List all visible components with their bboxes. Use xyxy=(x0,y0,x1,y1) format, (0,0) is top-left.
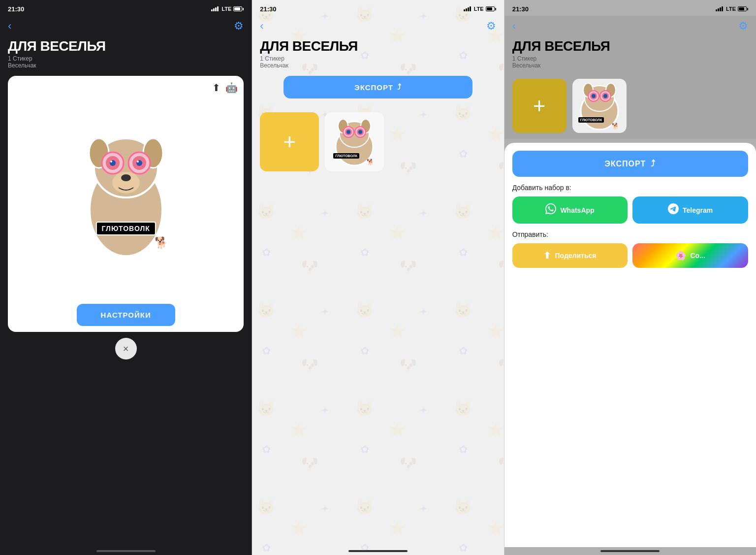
photos-icon: 🌸 xyxy=(675,250,686,261)
home-indicator-1 xyxy=(96,550,156,552)
svg-point-35 xyxy=(603,94,607,98)
lte-label-3: LTE xyxy=(726,6,736,12)
phone-screen-1: 21:30 LTE ‹ ⚙ для веселья 1 Стикер Весел… xyxy=(0,0,252,555)
share-buttons-row: ⬆ Поделиться 🌸 Co... xyxy=(512,243,748,268)
battery-icon-2 xyxy=(486,6,496,11)
signal-bar-4 xyxy=(217,6,219,11)
phone-screen-2: 21:30 LTE ‹ ⚙ для веселья 1 Стикер Весел… xyxy=(252,0,504,555)
lte-label-2: LTE xyxy=(474,6,484,12)
svg-point-5 xyxy=(121,174,131,181)
signal-bar-1 xyxy=(211,9,213,11)
share-button[interactable]: ⬆ Поделиться xyxy=(512,243,628,268)
whatsapp-button[interactable]: WhatsApp xyxy=(512,196,628,224)
signal-bar-s3-3 xyxy=(720,7,721,11)
status-icons-1: LTE xyxy=(211,6,244,12)
back-button-2[interactable]: ‹ xyxy=(260,20,263,33)
settings-icon-1[interactable]: ⚙ xyxy=(234,20,244,33)
signal-bars-2 xyxy=(464,6,471,11)
status-time-1: 21:30 xyxy=(8,5,24,13)
app-buttons-row: WhatsApp Telegram xyxy=(512,196,748,224)
export-button-3[interactable]: ЭКСПОРТ ⤴ xyxy=(512,151,748,177)
settings-icon-3[interactable]: ⚙ xyxy=(738,20,748,33)
page-subtitle-2: 1 Стикер Весельчак xyxy=(252,54,504,70)
whatsapp-icon xyxy=(545,203,556,217)
page-title-2: для веселья xyxy=(252,36,504,54)
signal-bar-s3-1 xyxy=(716,9,717,11)
svg-point-15 xyxy=(137,161,139,163)
signal-bar-s3-4 xyxy=(722,6,723,11)
mini-sticker-label-2: ГЛЮТОВОЛК xyxy=(333,153,359,159)
svg-point-25 xyxy=(358,130,362,134)
paw-emoji: 🐕 xyxy=(155,236,168,249)
signal-bar-s2-1 xyxy=(464,9,465,11)
sticker-thumbnail-2[interactable]: ГЛЮТОВОЛК 🐕 xyxy=(325,112,384,171)
svg-point-22 xyxy=(346,130,350,134)
back-button-1[interactable]: ‹ xyxy=(8,20,11,33)
dog-sticker-preview: ГЛЮТОВОЛК 🐕 xyxy=(82,126,170,254)
signal-bar-s2-2 xyxy=(466,8,467,11)
page-title-1: для веселья xyxy=(0,36,252,54)
lte-label-1: LTE xyxy=(221,6,231,12)
sticker-pack-icon[interactable]: 🤖 xyxy=(225,82,238,94)
add-to-label: Добавить набор в: xyxy=(512,184,748,192)
screen3-sticker-area: + ГЛЮТОВОЛК xyxy=(504,70,756,143)
status-icons-2: LTE xyxy=(464,6,496,12)
page-subtitle-3: 1 Стикер Весельчак xyxy=(504,54,756,70)
settings-button[interactable]: НАСТРОЙКИ xyxy=(77,304,175,326)
status-bar-2: 21:30 LTE xyxy=(252,0,504,16)
signal-bar-s3-2 xyxy=(718,8,719,11)
sticker-card: ⬆ 🤖 xyxy=(8,76,244,332)
mini-sticker-2: ГЛЮТОВОЛК 🐕 xyxy=(332,117,377,166)
page-subtitle-count-1: 1 Стикер Весельчак xyxy=(0,54,252,70)
signal-bars-3 xyxy=(716,6,723,11)
telegram-button[interactable]: Telegram xyxy=(632,196,748,224)
settings-icon-2[interactable]: ⚙ xyxy=(486,20,496,33)
home-indicator-3 xyxy=(600,550,660,552)
signal-bar-2 xyxy=(213,8,215,11)
home-indicator-2 xyxy=(348,550,408,552)
sticker-grid-2: + ГЛЮТОВОЛК xyxy=(260,108,496,175)
status-bar-3: 21:30 LTE xyxy=(504,0,756,16)
upload-icon[interactable]: ⬆ xyxy=(212,82,220,94)
signal-bar-s2-3 xyxy=(468,7,469,11)
share-icon-3: ⤴ xyxy=(651,159,656,169)
svg-point-32 xyxy=(592,94,596,98)
card-icons: ⬆ 🤖 xyxy=(212,82,238,94)
export-panel: ЭКСПОРТ ⤴ Добавить набор в: WhatsApp xyxy=(504,143,756,547)
main-content-2: ЭКСПОРТ ⤴ + xyxy=(252,70,504,547)
mini-paw-3: 🐕 xyxy=(612,123,619,130)
photos-button[interactable]: 🌸 Co... xyxy=(632,243,748,268)
screen3-header: ‹ ⚙ для веселья 1 Стикер Весельчак xyxy=(504,16,756,70)
phone-screen-3: 21:30 LTE ‹ ⚙ для веселья 1 Ст xyxy=(504,0,756,555)
page-title-3: для веселья xyxy=(504,36,756,54)
signal-bars-1 xyxy=(211,6,219,11)
telegram-icon xyxy=(668,203,679,217)
signal-bar-3 xyxy=(215,7,217,11)
close-button[interactable]: × xyxy=(115,338,137,359)
export-button-2[interactable]: ЭКСПОРТ ⤴ xyxy=(284,76,472,98)
status-time-3: 21:30 xyxy=(512,5,529,13)
status-bar-1: 21:30 LTE xyxy=(0,0,252,16)
send-label: Отправить: xyxy=(512,230,748,238)
share-icon-2: ⤴ xyxy=(397,83,402,92)
nav-bar-3: ‹ ⚙ xyxy=(504,16,756,36)
sticker-text-label: ГЛЮТОВОЛК xyxy=(96,222,156,235)
battery-icon-3 xyxy=(738,6,748,11)
battery-icon-1 xyxy=(233,6,244,11)
main-content-1: ⬆ 🤖 xyxy=(0,70,252,547)
add-sticker-button-2[interactable]: + xyxy=(260,112,319,171)
sticker-image-area: ГЛЮТОВОЛК 🐕 xyxy=(14,82,238,298)
back-button-3[interactable]: ‹ xyxy=(512,20,516,33)
mini-paw-2: 🐕 xyxy=(367,159,374,165)
sticker-grid-3: + ГЛЮТОВОЛК xyxy=(512,75,748,137)
signal-bar-s2-4 xyxy=(470,6,471,11)
share-upload-icon: ⬆ xyxy=(543,250,551,261)
add-sticker-button-3[interactable]: + xyxy=(512,79,567,133)
status-time-2: 21:30 xyxy=(260,5,276,13)
sticker-thumbnail-3[interactable]: ГЛЮТОВОЛК 🐕 xyxy=(572,79,627,133)
status-icons-3: LTE xyxy=(716,6,748,12)
svg-point-10 xyxy=(110,161,112,163)
nav-bar-2: ‹ ⚙ xyxy=(252,16,504,36)
nav-bar-1: ‹ ⚙ xyxy=(0,16,252,36)
mini-sticker-label-3: ГЛЮТОВОЛК xyxy=(578,117,604,123)
